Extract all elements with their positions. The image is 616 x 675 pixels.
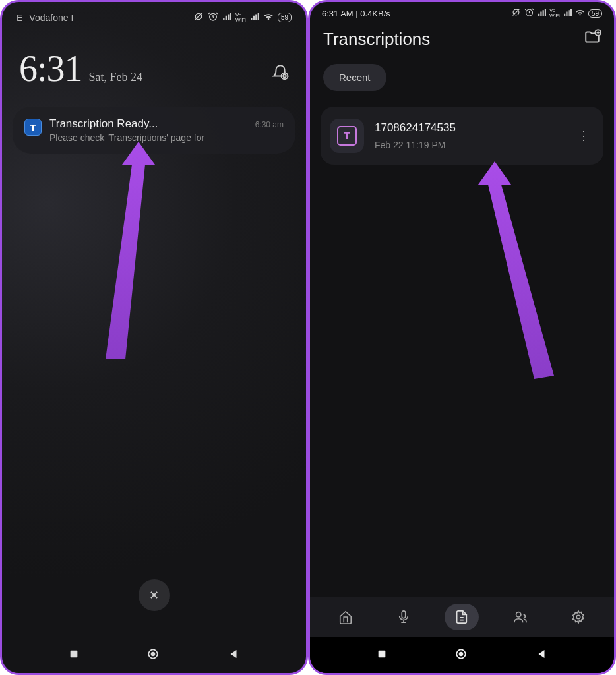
vowifi-icon: VoWiFi xyxy=(235,13,246,23)
transcription-title: 1708624174535 xyxy=(375,121,563,134)
dismiss-button[interactable]: ✕ xyxy=(139,579,170,611)
svg-rect-12 xyxy=(402,611,406,618)
wifi-icon xyxy=(575,7,585,19)
system-nav-bar xyxy=(2,637,306,673)
signal-icon xyxy=(538,8,546,18)
transcription-icon: T xyxy=(330,119,364,153)
lockscreen-phone: E Vodafone I VoWiFi 59 6:31 xyxy=(0,0,308,675)
recents-button[interactable] xyxy=(69,649,79,662)
home-button[interactable] xyxy=(454,647,468,663)
battery-icon: 59 xyxy=(278,13,292,22)
svg-rect-5 xyxy=(71,651,78,658)
page-title: Transcriptions xyxy=(323,29,430,49)
filter-recent-chip[interactable]: Recent xyxy=(323,64,386,91)
nav-home-icon[interactable] xyxy=(328,604,363,630)
alarm-icon xyxy=(524,7,534,19)
recents-button[interactable] xyxy=(377,649,387,662)
clock-time: 6:31 xyxy=(19,47,82,90)
nav-transcriptions-icon[interactable] xyxy=(445,604,479,630)
status-bar: 6:31 AM | 0.4KB/s VoWiFi 59 xyxy=(310,2,614,22)
transcriptions-app-phone: 6:31 AM | 0.4KB/s VoWiFi 59 Transcriptio… xyxy=(308,0,616,675)
vowifi-icon: VoWiFi xyxy=(549,8,560,18)
svg-point-17 xyxy=(460,653,463,656)
nav-mic-icon[interactable] xyxy=(386,604,421,630)
signal-icon-2 xyxy=(563,8,572,18)
notification-settings-icon[interactable] xyxy=(272,64,289,85)
status-time-data: 6:31 AM | 0.4KB/s xyxy=(322,9,390,18)
back-button[interactable] xyxy=(228,648,239,662)
nav-settings-icon[interactable] xyxy=(561,604,596,630)
notification-time: 6:30 am xyxy=(255,120,284,129)
signal-icon-2 xyxy=(250,12,259,23)
notification-card[interactable]: T Transcription Ready... 6:30 am Please … xyxy=(13,107,295,154)
svg-point-7 xyxy=(152,653,155,656)
vibrate-icon xyxy=(193,11,204,24)
transcription-date: Feb 22 11:19 PM xyxy=(375,140,563,150)
svg-point-13 xyxy=(516,612,520,617)
svg-rect-15 xyxy=(379,651,386,658)
system-nav-bar xyxy=(310,637,614,673)
nav-contacts-icon[interactable] xyxy=(503,604,538,630)
vibrate-icon xyxy=(511,7,521,19)
transcription-item[interactable]: T 1708624174535 Feb 22 11:19 PM ⋮ xyxy=(321,107,603,165)
notification-title: Transcription Ready... xyxy=(49,117,158,131)
signal-icon xyxy=(222,12,231,23)
more-options-icon[interactable]: ⋮ xyxy=(574,129,594,143)
svg-point-14 xyxy=(576,615,580,619)
clock-date: Sat, Feb 24 xyxy=(89,71,143,84)
close-icon: ✕ xyxy=(149,588,159,602)
notification-text: Please check 'Transcriptions' page for xyxy=(49,132,284,143)
wifi-icon xyxy=(263,11,274,24)
back-button[interactable] xyxy=(536,648,547,662)
home-button[interactable] xyxy=(146,647,160,663)
alarm-icon xyxy=(208,11,218,24)
bottom-nav xyxy=(310,597,614,637)
new-folder-icon[interactable] xyxy=(584,28,601,49)
battery-icon: 59 xyxy=(588,9,602,18)
transcription-app-icon: T xyxy=(24,119,42,136)
app-header: Transcriptions xyxy=(310,22,614,60)
carrier-icon: E xyxy=(16,13,22,23)
carrier-name: Vodafone I xyxy=(29,13,73,23)
status-bar: E Vodafone I VoWiFi 59 xyxy=(2,2,306,28)
